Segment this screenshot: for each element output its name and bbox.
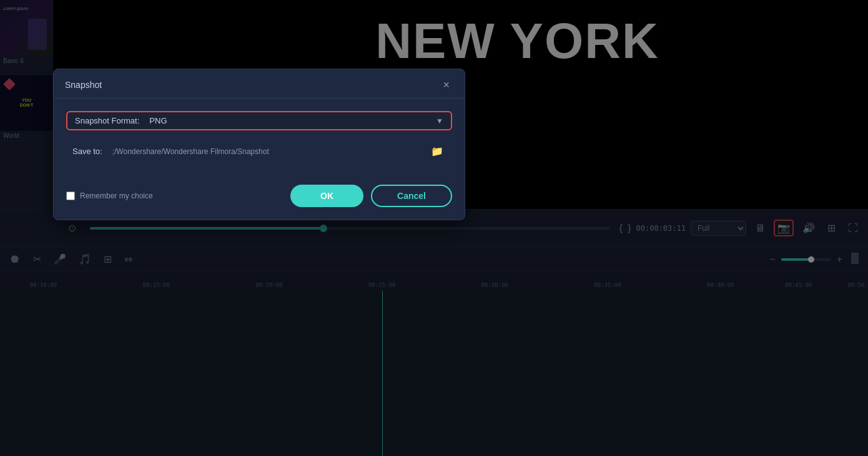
format-select[interactable]: PNG JPG BMP — [149, 116, 436, 125]
cancel-button[interactable]: Cancel — [371, 185, 452, 207]
dialog-header: Snapshot × — [54, 69, 465, 99]
format-row: Snapshot Format: PNG JPG BMP ▼ — [66, 111, 452, 130]
save-row: Save to: ;/Wondershare/Wondershare Filmo… — [66, 143, 452, 160]
format-label: Snapshot Format: — [75, 116, 139, 125]
dialog-body: Snapshot Format: PNG JPG BMP ▼ Save to: … — [54, 99, 465, 185]
snapshot-dialog: Snapshot × Snapshot Format: PNG JPG BMP … — [53, 69, 465, 220]
remember-checkbox[interactable] — [66, 192, 75, 200]
chevron-down-icon: ▼ — [436, 117, 443, 125]
dialog-close-button[interactable]: × — [439, 78, 453, 92]
browse-folder-button[interactable]: 📁 — [428, 143, 446, 160]
dialog-overlay: Snapshot × Snapshot Format: PNG JPG BMP … — [0, 0, 868, 456]
dialog-footer: Remember my choice OK Cancel — [54, 185, 465, 220]
ok-button[interactable]: OK — [290, 185, 363, 207]
save-label: Save to: — [72, 147, 102, 156]
save-path: ;/Wondershare/Wondershare Filmora/Snapsh… — [112, 147, 428, 156]
dialog-title: Snapshot — [65, 80, 102, 90]
remember-label[interactable]: Remember my choice — [66, 192, 153, 200]
folder-icon: 📁 — [431, 146, 443, 157]
remember-text: Remember my choice — [80, 192, 153, 200]
